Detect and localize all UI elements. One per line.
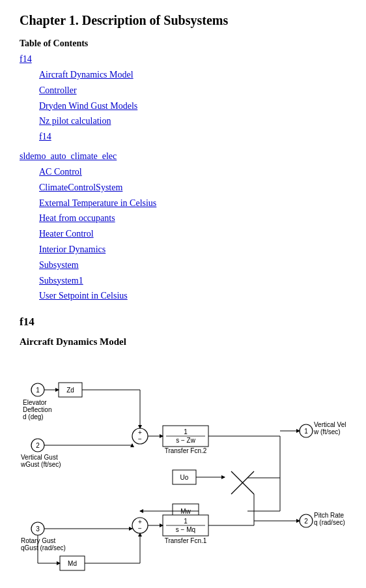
subsection-aircraft-dynamics-title: Aircraft Dynamics Model — [20, 336, 346, 347]
toc-item-heat-occupants[interactable]: Heat from occupants — [39, 211, 346, 226]
toc-link-f14[interactable]: f14 — [20, 54, 346, 65]
sum1-minus: − — [138, 435, 142, 443]
output-2-text2: q (rad/sec) — [314, 519, 345, 526]
section-f14-title: f14 — [20, 316, 346, 329]
output-1-text: Vertical Velocity — [314, 421, 346, 428]
tf2-numerator: 1 — [184, 428, 188, 435]
tf1-denominator: s − Mq — [176, 526, 195, 533]
input-1-text3: d (deg) — [23, 413, 44, 420]
toc-section: Table of Contents f14 Aircraft Dynamics … — [20, 38, 346, 304]
output-1-text2: w (ft/sec) — [313, 428, 341, 435]
toc-item-interior-dynamics[interactable]: Interior Dynamics — [39, 242, 346, 257]
diagram-svg: 1 Elevator Deflection d (deg) Zd 2 Verti… — [20, 354, 346, 576]
toc-indent-sldemo: AC Control ClimateControlSystem External… — [20, 164, 346, 304]
input-3-text: Rotary Gust — [21, 537, 56, 544]
toc-item-controller[interactable]: Controller — [39, 83, 346, 98]
tf1-name: Transfer Fcn.1 — [165, 537, 207, 544]
input-1-text2: Deflection — [23, 406, 51, 413]
tf2-denominator: s − Zw — [176, 437, 196, 444]
input-1-text: Elevator — [23, 399, 47, 406]
input-3-text2: qGust (rad/sec) — [21, 544, 66, 551]
sum2-minus: − — [138, 525, 142, 532]
toc-item-subsystem[interactable]: Subsystem — [39, 257, 346, 273]
aircraft-dynamics-diagram: 1 Elevator Deflection d (deg) Zd 2 Verti… — [20, 354, 346, 576]
toc-item-ac-control[interactable]: AC Control — [39, 164, 346, 180]
toc-label: Table of Contents — [20, 38, 346, 49]
input-1-label: 1 — [36, 387, 40, 394]
tf1-numerator: 1 — [184, 518, 188, 525]
toc-group-f14: f14 Aircraft Dynamics Model Controller D… — [20, 54, 346, 145]
toc-item-climate-control[interactable]: ClimateControlSystem — [39, 180, 346, 196]
md-label: Md — [68, 560, 77, 567]
toc-item-f14-sub[interactable]: f14 — [39, 129, 346, 145]
output-2-text: Pitch Rate — [314, 512, 345, 519]
toc-item-nz-pilot[interactable]: Nz pilot calculation — [39, 113, 346, 129]
input-2-text2: wGust (ft/sec) — [20, 461, 61, 468]
uo-label: Uo — [180, 474, 189, 481]
toc-item-dryden[interactable]: Dryden Wind Gust Models — [39, 98, 346, 114]
toc-item-aircraft-dynamics[interactable]: Aircraft Dynamics Model — [39, 67, 346, 83]
input-2-text: Vertical Gust — [21, 454, 58, 461]
tf2-name: Transfer Fcn.2 — [165, 447, 207, 454]
toc-indent-f14: Aircraft Dynamics Model Controller Dryde… — [20, 67, 346, 145]
toc-item-heater-control[interactable]: Heater Control — [39, 226, 346, 242]
input-2-label: 2 — [36, 442, 40, 449]
toc-link-sldemo[interactable]: sldemo_auto_climate_elec — [20, 151, 346, 162]
toc-item-user-setpoint[interactable]: User Setpoint in Celsius — [39, 288, 346, 304]
toc-item-subsystem1[interactable]: Subsystem1 — [39, 273, 346, 289]
output-2-label: 2 — [304, 518, 308, 525]
input-3-label: 3 — [36, 525, 40, 533]
toc-item-external-temp[interactable]: External Temperature in Celsius — [39, 196, 346, 211]
toc-group-sldemo: sldemo_auto_climate_elec AC Control Clim… — [20, 151, 346, 304]
page-title: Chapter 1. Description of Subsystems — [20, 13, 346, 28]
zd-label: Zd — [66, 387, 74, 394]
output-1-label: 1 — [304, 428, 308, 435]
